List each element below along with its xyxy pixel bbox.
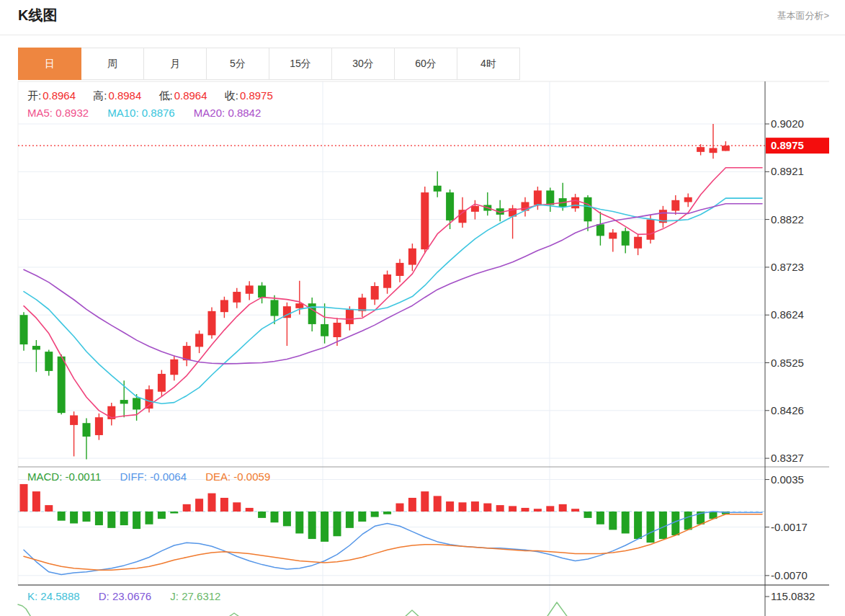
candle-body (596, 224, 604, 236)
macd-bar (95, 512, 103, 525)
macd-bar (258, 512, 266, 518)
high-value: 0.8984 (108, 89, 141, 102)
candle-body (195, 334, 203, 347)
macd-bar (32, 491, 40, 512)
tab-day[interactable]: 日 (18, 48, 81, 80)
price-axis-label: 0.8921 (771, 165, 804, 177)
macd-bar (107, 512, 115, 528)
candle-body (321, 324, 328, 336)
d-legend: D: 23.0676 (99, 590, 151, 602)
diff-legend: DIFF: -0.0064 (120, 470, 187, 483)
macd-bar (358, 512, 366, 522)
candle-body (459, 210, 467, 223)
candle-body (208, 311, 216, 335)
low-value: 0.8964 (174, 89, 207, 102)
macd-bar (120, 512, 128, 525)
j-legend: J: 27.6312 (170, 590, 220, 602)
tab-4hour[interactable]: 4时 (457, 48, 520, 80)
ma20-legend: MA20: 0.8842 (194, 107, 261, 119)
candle-body (634, 237, 642, 249)
macd-bar (534, 509, 542, 512)
macd-bar (58, 512, 66, 521)
candle-body (158, 374, 166, 392)
macd-bar (271, 512, 279, 522)
macd-bar (170, 512, 178, 514)
candle-body (170, 360, 178, 375)
macd-bar (559, 504, 567, 512)
open-value: 0.8964 (43, 89, 76, 102)
close-value: 0.8975 (240, 89, 273, 102)
current-price-badge-label: 0.8975 (771, 139, 804, 151)
macd-bar (609, 512, 617, 530)
candle-body (133, 398, 140, 409)
close-label: 收: (225, 89, 238, 103)
macd-bar (647, 512, 655, 543)
candle-body (647, 220, 655, 240)
macd-bar (208, 494, 216, 512)
macd-bar (346, 512, 354, 528)
candle-body (697, 147, 705, 152)
candle-body (571, 197, 579, 208)
candle-body (534, 190, 542, 205)
macd-bar (421, 491, 429, 512)
candle-body (622, 231, 630, 246)
open-label: 开: (27, 89, 41, 103)
ma5-line (24, 168, 762, 418)
tab-15min[interactable]: 15分 (269, 48, 332, 80)
period-tab-bar: 日周月5分15分30分60分4时 (18, 48, 520, 80)
macd-bar (45, 505, 53, 512)
macd-bar (459, 502, 467, 512)
macd-bar (146, 512, 153, 525)
macd-axis-label: -0.0017 (771, 521, 808, 533)
candle-body (233, 292, 241, 303)
price-axis-label: 0.8624 (771, 308, 804, 321)
macd-legend: MACD: -0.0011 (27, 470, 101, 483)
macd-bar (383, 512, 391, 514)
macd-bar (522, 508, 529, 512)
macd-bar (220, 498, 228, 512)
macd-bar (446, 501, 454, 512)
tab-5min[interactable]: 5分 (207, 48, 269, 80)
candle-body (45, 352, 53, 371)
macd-bar (195, 499, 203, 512)
macd-bar (158, 512, 166, 519)
macd-bar (371, 512, 379, 517)
candle-body (120, 400, 128, 403)
candle-body (271, 300, 279, 316)
macd-bar (571, 509, 579, 512)
candle-body (20, 315, 28, 344)
macd-row: MACD: -0.0011 DIFF: -0.0064 DEA: -0.0059 (27, 470, 286, 483)
kline-page: { "page": { "title": "K线图", "fund_link":… (0, 0, 845, 616)
ma10-legend: MA10: 0.8876 (107, 107, 174, 119)
macd-bar (283, 512, 291, 526)
macd-bar (233, 502, 241, 512)
kdj-axis-label: 115.0832 (771, 590, 815, 602)
macd-bar (622, 512, 630, 533)
macd-bar (408, 498, 416, 512)
tab-60min[interactable]: 60分 (395, 48, 457, 80)
macd-bar (634, 512, 642, 539)
candle-body (95, 417, 103, 435)
candle-body (83, 423, 91, 437)
high-label: 高: (93, 89, 107, 103)
macd-bar (496, 505, 504, 512)
macd-bar (295, 512, 303, 533)
candle-body (220, 300, 228, 312)
candle-body (32, 346, 40, 349)
macd-bar (70, 512, 78, 523)
candle-body (710, 148, 717, 153)
macd-bar (434, 496, 442, 512)
macd-bar (83, 512, 91, 522)
macd-bar (396, 504, 404, 512)
candle-body (408, 249, 416, 265)
macd-bar (483, 504, 491, 512)
candle-body (546, 190, 554, 205)
price-axis-label: 0.8426 (771, 404, 804, 416)
ma-row: MA5: 0.8932 MA10: 0.8876 MA20: 0.8842 (27, 107, 277, 119)
macd-axis-label: 0.0035 (771, 473, 804, 486)
ma5-legend: MA5: 0.8932 (27, 107, 89, 119)
tab-month[interactable]: 月 (144, 48, 207, 80)
tab-week[interactable]: 周 (81, 48, 144, 80)
candle-body (609, 233, 617, 239)
tab-30min[interactable]: 30分 (332, 48, 395, 80)
